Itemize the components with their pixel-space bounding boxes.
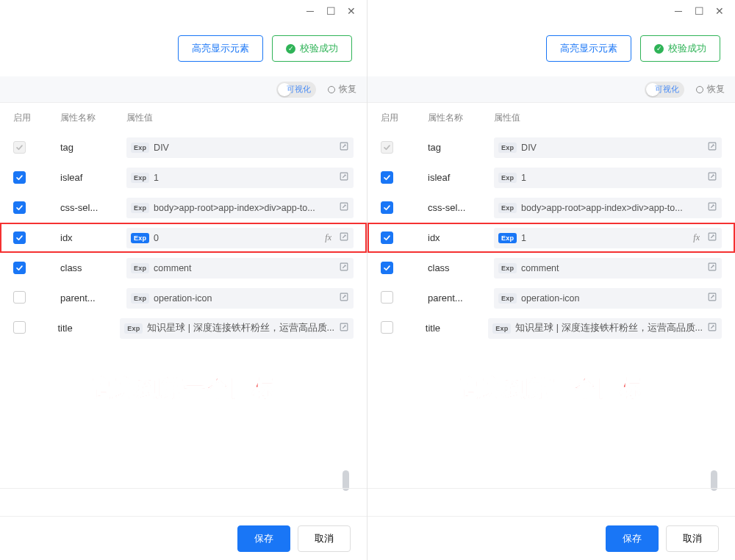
cancel-button[interactable]: 取消 — [298, 525, 351, 552]
attr-value-cell[interactable]: Exp 知识星球 | 深度连接铁杆粉丝，运营高品质... — [488, 318, 722, 339]
col-value: 属性值 — [126, 112, 354, 124]
col-value: 属性值 — [494, 112, 722, 124]
attr-value-cell[interactable]: Exp operation-icon — [494, 288, 722, 309]
edit-icon[interactable] — [339, 171, 349, 184]
enable-checkbox[interactable] — [381, 201, 393, 214]
col-name: 属性名称 — [60, 112, 126, 124]
attr-value-cell[interactable]: Exp body>app-root>app-index>div>app-to..… — [494, 198, 722, 218]
enable-checkbox[interactable] — [13, 201, 26, 214]
enable-checkbox[interactable] — [13, 321, 26, 334]
restore-button[interactable]: 恢复 — [328, 83, 356, 96]
enable-checkbox[interactable] — [381, 262, 393, 274]
enable-checkbox[interactable] — [13, 231, 26, 244]
close-icon[interactable]: ✕ — [714, 6, 725, 16]
attr-value-cell[interactable]: Exp 1 fx — [494, 228, 722, 248]
enable-checkbox[interactable] — [381, 321, 393, 334]
attr-value-cell[interactable]: Exp comment — [126, 258, 354, 279]
table-row: tag Exp DIV — [0, 132, 367, 162]
attr-name: class — [60, 262, 126, 273]
restore-button[interactable]: 恢复 — [696, 83, 725, 96]
table-row: idx Exp 1 fx — [368, 223, 735, 253]
attr-value-cell[interactable]: Exp 1 — [126, 168, 354, 188]
edit-icon[interactable] — [339, 262, 349, 274]
minimize-icon[interactable]: ─ — [305, 6, 315, 16]
attr-value-cell[interactable]: Exp 知识星球 | 深度连接铁杆粉丝，运营高品质... — [120, 318, 354, 339]
table-row: parent... Exp operation-icon — [368, 283, 735, 313]
attr-value-cell[interactable]: Exp operation-icon — [126, 288, 354, 309]
attr-value: DIV — [154, 143, 334, 153]
exp-badge: Exp — [498, 143, 517, 153]
attr-name: title — [57, 323, 120, 334]
attr-value: DIV — [521, 143, 703, 153]
attr-name: isleaf — [428, 172, 494, 183]
validate-success-button[interactable]: ✓ 校验成功 — [272, 35, 352, 62]
edit-icon[interactable] — [707, 322, 717, 334]
visual-toggle[interactable]: 可视化 — [276, 82, 316, 98]
table-row: title Exp 知识星球 | 深度连接铁杆粉丝，运营高品质... — [0, 313, 367, 343]
enable-checkbox[interactable] — [381, 171, 393, 184]
edit-icon[interactable] — [339, 322, 349, 334]
highlight-element-button[interactable]: 高亮显示元素 — [178, 35, 263, 62]
maximize-icon[interactable]: ☐ — [326, 6, 336, 16]
save-button[interactable]: 保存 — [237, 525, 290, 552]
edit-icon[interactable] — [339, 292, 349, 304]
attr-value-cell[interactable]: Exp DIV — [126, 137, 354, 158]
enable-checkbox[interactable] — [381, 291, 393, 304]
check-circle-icon: ✓ — [654, 44, 664, 54]
attr-value-cell[interactable]: Exp 1 — [494, 168, 722, 188]
fx-icon: fx — [325, 232, 331, 243]
table-row: class Exp comment — [0, 253, 367, 283]
validate-success-button[interactable]: ✓ 校验成功 — [640, 35, 720, 62]
edit-icon[interactable] — [707, 292, 717, 304]
exp-badge: Exp — [124, 323, 143, 334]
edit-icon[interactable] — [707, 201, 717, 214]
attr-value: comment — [154, 263, 334, 273]
table-row: tag Exp DIV — [368, 132, 735, 162]
attr-value: 1 — [154, 173, 334, 183]
table-row: class Exp comment — [368, 253, 735, 283]
enable-checkbox[interactable] — [381, 231, 393, 244]
toggle-bar: 可视化 恢复 — [0, 76, 367, 103]
enable-checkbox[interactable] — [13, 262, 26, 274]
restore-icon — [696, 86, 703, 93]
maximize-icon[interactable]: ☐ — [694, 6, 704, 16]
close-icon[interactable]: ✕ — [346, 6, 356, 16]
edit-icon[interactable] — [339, 231, 349, 244]
table-row: parent... Exp operation-icon — [0, 283, 367, 313]
footer: 保存 取消 — [368, 516, 735, 560]
edit-icon[interactable] — [707, 262, 717, 274]
attr-value: body>app-root>app-index>div>app-to... — [154, 203, 334, 213]
edit-icon[interactable] — [707, 141, 717, 154]
toggle-bar: 可视化 恢复 — [368, 76, 735, 103]
highlight-element-button[interactable]: 高亮显示元素 — [546, 35, 631, 62]
table-row: title Exp 知识星球 | 深度连接铁杆粉丝，运营高品质... — [368, 313, 735, 343]
attr-value-cell[interactable]: Exp body>app-root>app-index>div>app-to..… — [126, 198, 354, 218]
edit-icon[interactable] — [339, 141, 349, 154]
enable-checkbox[interactable] — [13, 291, 26, 304]
col-name: 属性名称 — [428, 112, 494, 124]
cancel-button[interactable]: 取消 — [666, 525, 719, 552]
attr-value: 1 — [521, 233, 689, 243]
attr-value-cell[interactable]: Exp 0 fx — [126, 228, 354, 248]
save-button[interactable]: 保存 — [606, 525, 659, 552]
table-row: isleaf Exp 1 — [0, 162, 367, 193]
attr-name: idx — [60, 232, 126, 243]
minimize-icon[interactable]: ─ — [673, 6, 684, 16]
exp-badge: Exp — [498, 203, 517, 213]
divider — [368, 488, 735, 516]
annotation-caption: 高亮到第一个目标 — [0, 373, 367, 403]
restore-icon — [328, 86, 335, 93]
window-controls: ─ ☐ ✕ — [0, 0, 367, 22]
col-enable: 启用 — [381, 112, 428, 124]
attr-value: body>app-root>app-index>div>app-to... — [521, 203, 703, 213]
enable-checkbox[interactable] — [13, 171, 26, 184]
edit-icon[interactable] — [339, 201, 349, 214]
attr-value: comment — [521, 263, 703, 273]
attr-value-cell[interactable]: Exp comment — [494, 258, 722, 279]
edit-icon[interactable] — [707, 171, 717, 184]
attr-value-cell[interactable]: Exp DIV — [494, 137, 722, 158]
pane: ─ ☐ ✕ 高亮显示元素 ✓ 校验成功 可视化 恢复 启用 属性名称 属性值 — [368, 0, 735, 560]
attr-value: operation-icon — [154, 293, 334, 304]
edit-icon[interactable] — [707, 231, 717, 244]
visual-toggle[interactable]: 可视化 — [645, 82, 684, 98]
